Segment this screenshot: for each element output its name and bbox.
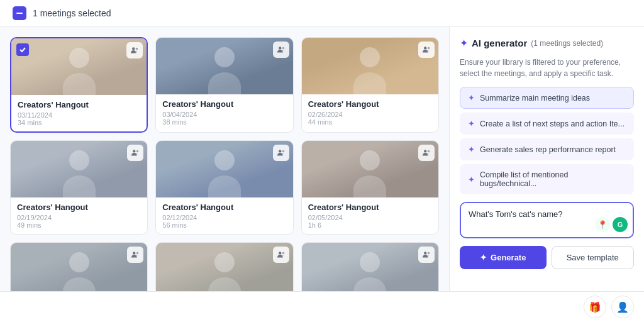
svg-point-17 bbox=[424, 252, 426, 254]
card-date: 02/05/2024 bbox=[308, 214, 432, 221]
svg-point-15 bbox=[279, 252, 281, 254]
svg-point-3 bbox=[279, 47, 281, 49]
svg-point-14 bbox=[136, 252, 139, 255]
card-thumbnail bbox=[302, 38, 438, 94]
svg-point-7 bbox=[133, 150, 135, 152]
meeting-card[interactable]: Creators' Hangout 02/05/2024 1h 6 bbox=[301, 140, 439, 235]
suggestion-item[interactable]: ✦ Create a list of next steps and action… bbox=[460, 113, 634, 135]
suggestion-item[interactable]: ✦ Generate sales rep performance report bbox=[460, 138, 634, 160]
svg-point-2 bbox=[136, 48, 138, 50]
thumb-body bbox=[63, 277, 96, 291]
grammarly-icon-button[interactable]: G bbox=[613, 217, 628, 232]
meeting-card[interactable]: Creators' Hangout 02/12/2024 56 mins bbox=[155, 140, 293, 235]
card-date: 03/11/2024 bbox=[18, 111, 140, 119]
card-thumbnail bbox=[11, 141, 147, 197]
location-icon-button[interactable]: 📍 bbox=[595, 217, 610, 232]
deselect-button[interactable] bbox=[13, 6, 26, 20]
thumb-head bbox=[214, 150, 235, 170]
card-thumbnail bbox=[11, 243, 147, 291]
card-thumbnail bbox=[11, 38, 147, 95]
thumb-head bbox=[69, 252, 89, 272]
generate-sparkle-icon: ✦ bbox=[480, 253, 487, 262]
sparkle-icon: ✦ bbox=[460, 37, 468, 49]
svg-point-13 bbox=[133, 252, 135, 254]
selected-check bbox=[16, 43, 29, 56]
thumb-head bbox=[214, 47, 235, 67]
svg-point-18 bbox=[428, 252, 430, 255]
card-duration: 44 mins bbox=[308, 118, 432, 126]
meeting-card[interactable]: Creators' Hangout 02/19/2024 49 mins bbox=[10, 140, 148, 235]
people-icon bbox=[418, 247, 435, 263]
card-info: Creators' Hangout 02/05/2024 1h 6 bbox=[302, 197, 438, 234]
selected-label: 1 meetings selected bbox=[33, 8, 111, 18]
card-info: Creators' Hangout 02/19/2024 49 mins bbox=[11, 197, 147, 234]
thumb-body bbox=[208, 277, 241, 291]
generate-label: Generate bbox=[491, 253, 526, 262]
suggestion-sparkle-icon: ✦ bbox=[468, 119, 475, 128]
card-thumbnail bbox=[156, 141, 292, 197]
thumb-body bbox=[208, 72, 241, 94]
user-icon-button[interactable]: 👤 bbox=[611, 296, 634, 318]
suggestion-item[interactable]: ✦ Summarize main meeting ideas bbox=[460, 87, 634, 109]
main-content: Creators' Hangout 03/11/2024 34 mins Cre… bbox=[0, 27, 644, 291]
meeting-card[interactable]: Creators' Hangout 01/08/2024 38 mins bbox=[301, 242, 439, 291]
input-icons: 📍 G bbox=[595, 217, 628, 232]
people-icon bbox=[273, 145, 289, 161]
card-date: 02/12/2024 bbox=[162, 214, 286, 221]
card-info: Creators' Hangout 02/12/2024 56 mins bbox=[156, 197, 292, 234]
top-bar: 1 meetings selected bbox=[0, 0, 644, 27]
card-date: 02/26/2024 bbox=[308, 111, 432, 118]
meeting-card[interactable]: Creators' Hangout 01/29/2024 51 mins bbox=[10, 242, 148, 291]
thumb-head bbox=[214, 252, 235, 272]
card-date: 02/19/2024 bbox=[17, 214, 141, 221]
action-buttons: ✦ Generate Save template bbox=[460, 246, 634, 269]
card-title: Creators' Hangout bbox=[18, 100, 140, 109]
svg-point-8 bbox=[136, 150, 139, 153]
meeting-card[interactable]: Creators' Hangout 02/26/2024 44 mins bbox=[301, 37, 439, 133]
card-duration: 1h 6 bbox=[308, 221, 432, 229]
card-title: Creators' Hangout bbox=[308, 99, 432, 109]
thumb-head bbox=[360, 150, 380, 170]
card-date: 03/04/2024 bbox=[162, 111, 286, 118]
ai-panel-header: ✦ AI generator (1 meetings selected) bbox=[460, 37, 634, 49]
thumb-head bbox=[360, 47, 380, 67]
ai-selection-badge: (1 meetings selected) bbox=[531, 39, 603, 48]
card-info: Creators' Hangout 02/26/2024 44 mins bbox=[302, 94, 438, 131]
meetings-grid-area: Creators' Hangout 03/11/2024 34 mins Cre… bbox=[0, 27, 449, 291]
card-title: Creators' Hangout bbox=[308, 203, 432, 212]
suggestion-sparkle-icon: ✦ bbox=[468, 93, 475, 103]
people-icon bbox=[127, 145, 143, 161]
suggestion-text: Create a list of next steps and action I… bbox=[480, 119, 625, 128]
ai-subtitle: Ensure your library is filtered to your … bbox=[460, 57, 634, 79]
card-thumbnail bbox=[156, 243, 292, 291]
thumb-body bbox=[353, 277, 386, 291]
ai-panel: ✦ AI generator (1 meetings selected) Ens… bbox=[449, 27, 644, 291]
suggestion-item[interactable]: ✦ Compile list of mentioned bugs/technic… bbox=[460, 164, 634, 194]
people-icon bbox=[418, 42, 435, 58]
bottom-bar: 🎁 👤 bbox=[0, 291, 644, 322]
people-icon bbox=[273, 42, 289, 58]
card-info: Creators' Hangout 03/11/2024 34 mins bbox=[11, 95, 147, 131]
meeting-card[interactable]: Creators' Hangout 01/15/2024 43 mins bbox=[155, 242, 293, 291]
card-duration: 34 mins bbox=[18, 119, 140, 126]
meeting-card[interactable]: Creators' Hangout 03/11/2024 34 mins bbox=[10, 37, 148, 133]
svg-rect-0 bbox=[16, 13, 23, 14]
gift-icon-button[interactable]: 🎁 bbox=[584, 296, 606, 318]
svg-point-1 bbox=[132, 47, 135, 50]
people-icon bbox=[273, 247, 289, 263]
generate-button[interactable]: ✦ Generate bbox=[460, 246, 547, 269]
svg-point-16 bbox=[282, 252, 284, 255]
people-icon bbox=[418, 145, 435, 161]
card-thumbnail bbox=[302, 243, 438, 291]
ai-title: AI generator bbox=[472, 38, 527, 48]
meetings-grid: Creators' Hangout 03/11/2024 34 mins Cre… bbox=[10, 37, 439, 291]
meeting-card[interactable]: Creators' Hangout 03/04/2024 38 mins bbox=[155, 37, 293, 133]
card-title: Creators' Hangout bbox=[162, 99, 286, 109]
svg-point-4 bbox=[282, 47, 284, 50]
suggestion-sparkle-icon: ✦ bbox=[468, 145, 475, 154]
suggestion-sparkle-icon: ✦ bbox=[468, 175, 475, 184]
thumb-body bbox=[353, 72, 386, 94]
save-template-button[interactable]: Save template bbox=[552, 246, 635, 269]
card-duration: 49 mins bbox=[17, 221, 141, 229]
svg-point-12 bbox=[428, 150, 430, 153]
